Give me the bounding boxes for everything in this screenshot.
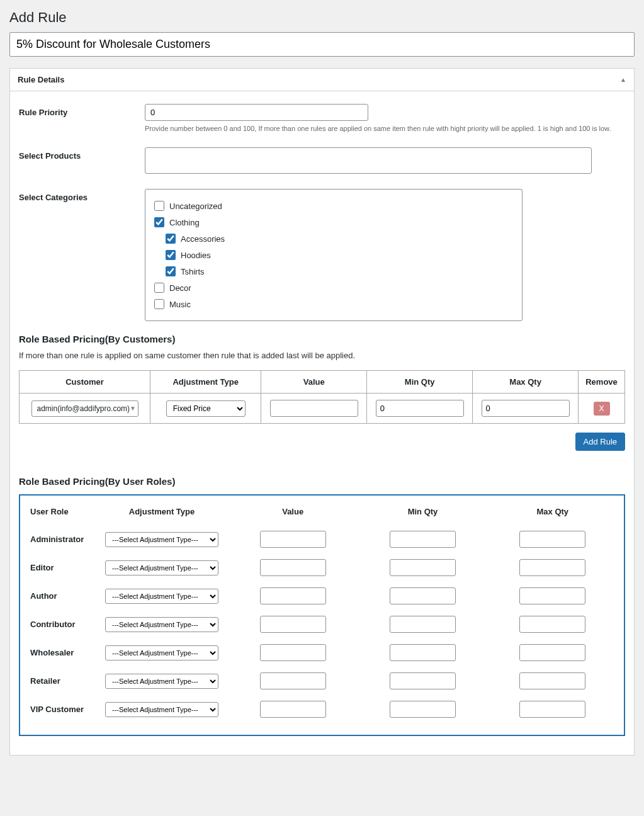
category-item: Uncategorized: [154, 201, 513, 211]
category-item: Accessories: [166, 234, 513, 244]
category-checkbox[interactable]: [154, 201, 164, 211]
category-label: Tshirts: [181, 267, 205, 276]
panel-title: Rule Details: [18, 75, 64, 84]
adjustment-select[interactable]: ---Select Adjustment Type---: [105, 702, 218, 717]
category-checkbox[interactable]: [166, 266, 176, 276]
customers-section-title: Role Based Pricing(By Customers): [19, 334, 625, 344]
value-input[interactable]: [270, 400, 358, 417]
th-role: User Role: [26, 503, 96, 525]
min-qty-input[interactable]: [390, 559, 456, 576]
roles-table: User Role Adjustment Type Value Min Qty …: [26, 503, 618, 723]
max-qty-input[interactable]: [482, 400, 570, 417]
category-checkbox[interactable]: [166, 234, 176, 244]
th-min-r: Min Qty: [358, 503, 487, 525]
th-value: Value: [261, 371, 367, 394]
table-row: admin(info@addifypro.com) ▼ Fixed Price …: [20, 394, 625, 424]
page-title: Add Rule: [9, 9, 635, 26]
max-qty-input[interactable]: [519, 701, 585, 718]
category-item: Hoodies: [166, 250, 513, 260]
th-adjustment-r: Adjustment Type: [96, 503, 228, 525]
table-row: Retailer---Select Adjustment Type---: [26, 667, 618, 695]
value-input[interactable]: [260, 616, 326, 633]
table-row: Editor---Select Adjustment Type---: [26, 553, 618, 582]
value-input[interactable]: [260, 531, 326, 548]
min-qty-input[interactable]: [376, 400, 464, 417]
th-value-r: Value: [228, 503, 358, 525]
adjustment-select[interactable]: Fixed Price: [166, 400, 246, 417]
th-max-r: Max Qty: [488, 503, 618, 525]
table-row: Wholesaler---Select Adjustment Type---: [26, 638, 618, 667]
customers-table: Customer Adjustment Type Value Min Qty M…: [19, 370, 625, 424]
value-input[interactable]: [260, 672, 326, 689]
category-item: Clothing: [154, 217, 513, 227]
table-row: VIP Customer---Select Adjustment Type---: [26, 695, 618, 723]
adjustment-select[interactable]: ---Select Adjustment Type---: [105, 617, 218, 632]
th-adjustment: Adjustment Type: [150, 371, 261, 394]
adjustment-select[interactable]: ---Select Adjustment Type---: [105, 532, 218, 547]
min-qty-input[interactable]: [390, 672, 456, 689]
category-label: Decor: [169, 283, 191, 293]
priority-label: Rule Priority: [19, 104, 145, 132]
table-row: Contributor---Select Adjustment Type---: [26, 610, 618, 638]
category-item: Tshirts: [166, 266, 513, 276]
max-qty-input[interactable]: [519, 672, 585, 689]
priority-help: Provide number between 0 and 100, If mor…: [145, 125, 625, 132]
category-item: Decor: [154, 283, 513, 293]
category-label: Music: [169, 300, 191, 309]
category-checkbox[interactable]: [154, 283, 164, 293]
category-checkbox[interactable]: [154, 299, 164, 309]
adjustment-select[interactable]: ---Select Adjustment Type---: [105, 589, 218, 604]
category-checkbox[interactable]: [166, 250, 176, 260]
rule-details-panel: Rule Details ▲ Rule Priority Provide num…: [9, 68, 635, 756]
rule-name-input[interactable]: [9, 32, 635, 57]
category-checkbox[interactable]: [154, 217, 164, 227]
role-name: Editor: [26, 553, 96, 582]
table-row: Author---Select Adjustment Type---: [26, 582, 618, 610]
add-rule-button[interactable]: Add Rule: [575, 433, 625, 451]
chevron-down-icon: ▼: [130, 405, 136, 412]
adjustment-select[interactable]: ---Select Adjustment Type---: [105, 674, 218, 689]
roles-frame: User Role Adjustment Type Value Min Qty …: [19, 494, 625, 736]
min-qty-input[interactable]: [390, 616, 456, 633]
panel-header[interactable]: Rule Details ▲: [10, 69, 634, 91]
min-qty-input[interactable]: [390, 701, 456, 718]
th-remove: Remove: [579, 371, 625, 394]
value-input[interactable]: [260, 701, 326, 718]
role-name: Administrator: [26, 525, 96, 553]
customer-select-value: admin(info@addifypro.com): [37, 404, 130, 413]
category-label: Accessories: [181, 234, 225, 244]
value-input[interactable]: [260, 587, 326, 604]
table-row: Administrator---Select Adjustment Type--…: [26, 525, 618, 553]
min-qty-input[interactable]: [390, 587, 456, 604]
th-min: Min Qty: [367, 371, 473, 394]
th-max: Max Qty: [473, 371, 579, 394]
category-label: Hoodies: [181, 251, 211, 260]
max-qty-input[interactable]: [519, 531, 585, 548]
role-name: Contributor: [26, 610, 96, 638]
value-input[interactable]: [260, 559, 326, 576]
max-qty-input[interactable]: [519, 559, 585, 576]
products-input[interactable]: [145, 147, 592, 174]
min-qty-input[interactable]: [390, 644, 456, 661]
customers-section-note: If more than one rule is applied on same…: [19, 351, 625, 360]
value-input[interactable]: [260, 644, 326, 661]
products-label: Select Products: [19, 147, 145, 174]
remove-button[interactable]: X: [594, 402, 610, 416]
roles-section-title: Role Based Pricing(By User Roles): [19, 476, 625, 487]
min-qty-input[interactable]: [390, 531, 456, 548]
adjustment-select[interactable]: ---Select Adjustment Type---: [105, 645, 218, 660]
category-label: Uncategorized: [169, 201, 222, 211]
max-qty-input[interactable]: [519, 587, 585, 604]
max-qty-input[interactable]: [519, 616, 585, 633]
priority-input[interactable]: [145, 104, 368, 121]
adjustment-select[interactable]: ---Select Adjustment Type---: [105, 560, 218, 575]
category-item: Music: [154, 299, 513, 309]
role-name: VIP Customer: [26, 695, 96, 723]
th-customer: Customer: [20, 371, 150, 394]
categories-label: Select Categories: [19, 189, 145, 321]
role-name: Wholesaler: [26, 638, 96, 667]
max-qty-input[interactable]: [519, 644, 585, 661]
collapse-icon[interactable]: ▲: [620, 76, 626, 83]
customer-select[interactable]: admin(info@addifypro.com) ▼: [31, 400, 138, 417]
role-name: Retailer: [26, 667, 96, 695]
